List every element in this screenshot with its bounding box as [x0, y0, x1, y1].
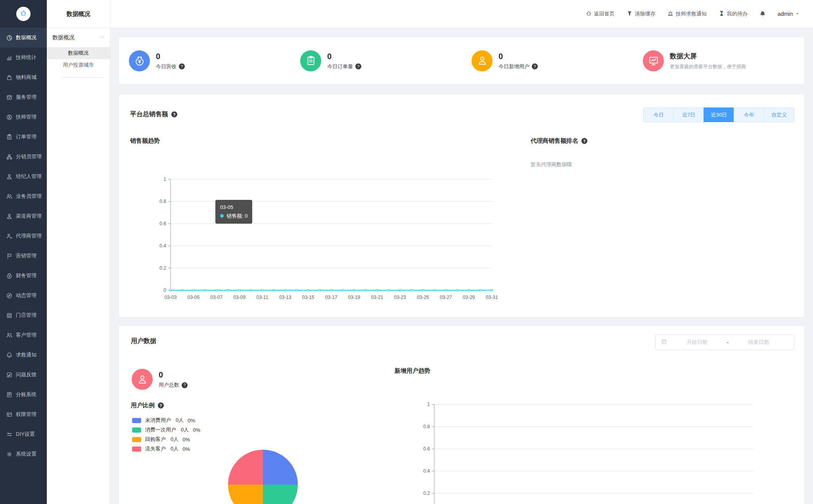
sales-range-tabs: 今日近7日近30日今年自定义: [643, 107, 794, 122]
sidebar-item-label: DIY设置: [16, 431, 35, 438]
sidebar-item-label: 门店管理: [16, 312, 36, 319]
date-range-picker[interactable]: 开始日期 - 结束日期: [655, 334, 794, 350]
sidebar-item-2[interactable]: 物料商城: [0, 67, 47, 87]
help-icon[interactable]: [171, 111, 177, 117]
topbar-link-0[interactable]: 返回首页: [586, 10, 615, 17]
sidebar-item-0[interactable]: 数据概况: [0, 28, 47, 48]
sales-range-tab-4[interactable]: 自定义: [764, 107, 794, 122]
sidebar-item-19[interactable]: 权限管理: [0, 404, 47, 424]
subnav-group-data-overview[interactable]: 数据概况: [47, 28, 110, 47]
org-icon: [6, 154, 12, 160]
sidebar-item-4[interactable]: 技师管理: [0, 107, 47, 127]
topbar-link-label: 清除缓存: [635, 10, 656, 17]
legend-count: 0人: [171, 445, 178, 452]
ratio-title: 用户比例: [131, 402, 155, 409]
help-icon[interactable]: [355, 63, 361, 69]
sidebar-item-12[interactable]: 财务管理: [0, 266, 47, 286]
sidebar-item-3[interactable]: 服务管理: [0, 87, 47, 107]
content: 0 今日营收 0 今日订单量 0 今日新增用户: [110, 28, 813, 504]
sidebar-item-17[interactable]: 问题反馈: [0, 365, 47, 385]
sales-chart-title: 销售额趋势: [130, 137, 160, 145]
topbar-link-3[interactable]: 我的待办: [719, 10, 748, 17]
calendar-icon: [661, 339, 667, 346]
user-menu[interactable]: admin: [778, 11, 800, 17]
app-logo[interactable]: [16, 7, 31, 21]
siren-icon: [667, 10, 673, 17]
user-icon: [472, 50, 493, 71]
stat-value: 0: [159, 370, 188, 379]
sidebar-item-9[interactable]: 渠道商管理: [0, 206, 47, 226]
sales-range-tab-0[interactable]: 今日: [643, 107, 674, 122]
sales-range-tab-3[interactable]: 今年: [734, 107, 764, 122]
end-date-input[interactable]: 结束日期: [729, 339, 788, 346]
sales-range-tab-1[interactable]: 近7日: [673, 107, 704, 122]
subnav-item-data-overview[interactable]: 数据概况: [47, 47, 110, 59]
sidebar-item-6[interactable]: 分销员管理: [0, 147, 47, 167]
sidebar-item-7[interactable]: 经纪人管理: [0, 167, 47, 186]
sidebar-item-10[interactable]: 代理商管理: [0, 226, 47, 246]
user-ratio-pie-chart: [228, 450, 298, 504]
sidebar-item-14[interactable]: 门店管理: [0, 305, 47, 325]
legend-item-1[interactable]: 消费一次用户0人0%: [132, 425, 200, 435]
svg-text:03-19: 03-19: [348, 295, 360, 300]
sidebar-item-label: 营销管理: [16, 252, 36, 259]
help-icon[interactable]: [532, 63, 538, 69]
sidebar-item-label: 服务管理: [16, 94, 36, 101]
sidebar-item-label: 系统设置: [16, 450, 36, 458]
chevron-down-icon: [100, 34, 104, 41]
users-title-row: 用户数据: [131, 337, 156, 345]
sidebar-item-18[interactable]: 分账系统: [0, 385, 47, 404]
sidebar-item-1[interactable]: 技师统计: [0, 48, 47, 67]
help-icon[interactable]: [182, 382, 188, 388]
legend-item-3[interactable]: 流失客户0人0%: [132, 444, 200, 454]
topbar-link-2[interactable]: 技师求救通知: [667, 10, 707, 17]
legend-pct: 0%: [182, 446, 190, 452]
legend-count: 0人: [176, 417, 184, 424]
sales-range-tab-2[interactable]: 近30日: [704, 107, 734, 122]
user-icon: [132, 369, 153, 390]
people-icon: [6, 194, 12, 199]
subnav-group-label: 数据概况: [52, 34, 75, 41]
sidebar-item-20[interactable]: DIY设置: [0, 424, 47, 444]
sidebar-menu: 数据概况技师统计物料商城服务管理技师管理订单管理分销员管理经纪人管理业务员管理渠…: [0, 28, 47, 464]
sidebar-item-13[interactable]: 动态管理: [0, 286, 47, 305]
sidebar-item-5[interactable]: 订单管理: [0, 127, 47, 147]
person-circle-icon: [6, 114, 12, 120]
legend-item-2[interactable]: 回购客户0人0%: [132, 435, 200, 444]
sidebar-item-11[interactable]: 营销管理: [0, 246, 47, 266]
stat-data-screen[interactable]: 数据大屏 更加直观的查看平台数据，便于招商: [633, 50, 804, 71]
stat-today-orders: 0 今日订单量: [290, 50, 462, 71]
stat-value: 0: [327, 52, 361, 61]
sidebar-item-label: 经纪人管理: [16, 173, 42, 180]
legend-item-0[interactable]: 未消费用户0人0%: [132, 416, 200, 425]
sidebar-item-label: 技师统计: [16, 54, 36, 61]
sidebar-item-label: 技师管理: [16, 113, 36, 121]
help-icon[interactable]: [179, 63, 185, 69]
sidebar-item-label: 动态管理: [16, 292, 36, 299]
topbar-link-1[interactable]: 清除缓存: [627, 10, 656, 17]
order-icon: [300, 50, 321, 71]
stat-label: 今日订单量: [327, 63, 353, 70]
svg-text:0.6: 0.6: [159, 221, 166, 226]
legend-pct: 0%: [193, 427, 200, 433]
series-dot-icon: [220, 214, 224, 218]
help-icon[interactable]: [158, 402, 164, 408]
ledger-icon: [6, 392, 12, 398]
sidebar-item-15[interactable]: 客户管理: [0, 325, 47, 345]
subnav-item-user-vote-city[interactable]: 用户投票城市: [47, 59, 110, 71]
hourglass-icon: [719, 10, 725, 17]
flag-icon: [6, 253, 12, 259]
sidebar-item-label: 分销员管理: [16, 153, 42, 160]
notification-bell-icon[interactable]: [759, 11, 766, 17]
svg-text:0.6: 0.6: [423, 446, 430, 452]
pie-icon: [6, 35, 12, 41]
users-card: 用户数据 开始日期 - 结束日期 0 用户总数 用户比例 未消费用户0人0%消费…: [119, 326, 804, 504]
start-date-input[interactable]: 开始日期: [667, 339, 727, 346]
gear-icon: [6, 451, 12, 457]
sidebar-item-8[interactable]: 业务员管理: [0, 186, 47, 206]
sidebar-item-21[interactable]: 系统设置: [0, 444, 47, 464]
sidebar-item-16[interactable]: 求救通知: [0, 345, 47, 365]
store-icon: [6, 312, 12, 318]
help-icon[interactable]: [581, 138, 587, 144]
svg-text:03-09: 03-09: [233, 295, 245, 300]
